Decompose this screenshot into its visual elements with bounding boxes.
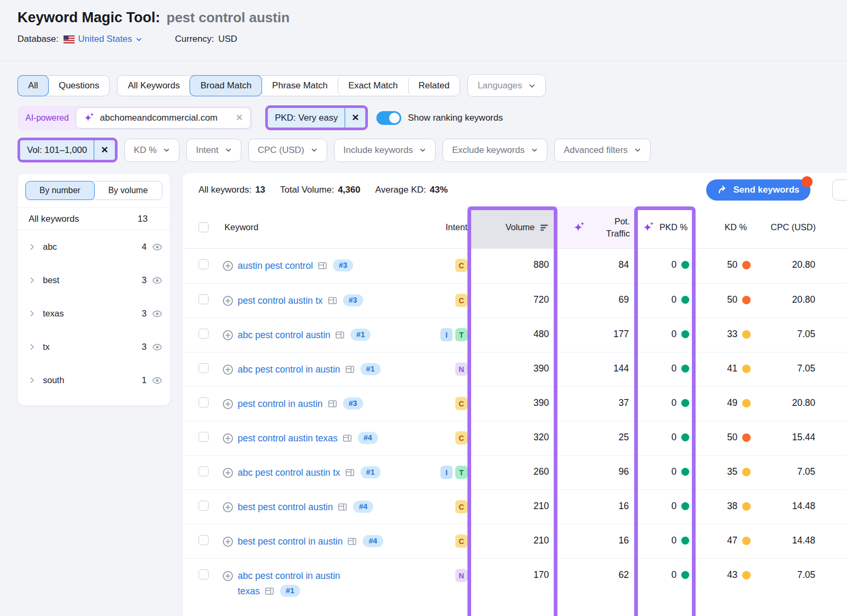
kd-filter-dropdown[interactable]: KD % [124, 139, 179, 162]
chevron-right-icon[interactable] [29, 343, 35, 350]
keyword-link[interactable]: abc pest control in austin [238, 570, 340, 581]
summary-total-volume-value: 4,360 [338, 185, 361, 195]
clear-domain-icon[interactable]: ✕ [236, 112, 243, 123]
all-keywords-row[interactable]: All keywords 13 [18, 207, 170, 230]
languages-dropdown[interactable]: Languages [467, 74, 546, 97]
tab-phrase-match[interactable]: Phrase Match [262, 76, 338, 96]
show-ranking-toggle[interactable] [376, 111, 401, 125]
serp-icon[interactable] [343, 433, 352, 443]
tab-by-number[interactable]: By number [26, 182, 94, 200]
serp-icon[interactable] [347, 537, 357, 546]
select-all-checkbox[interactable] [199, 222, 209, 232]
keyword-link-line2[interactable]: texas [238, 586, 260, 596]
intent-filter-dropdown[interactable]: Intent [186, 139, 241, 162]
eye-icon[interactable] [152, 342, 163, 352]
serp-icon[interactable] [335, 330, 345, 340]
row-checkbox[interactable] [199, 569, 209, 579]
kd-level-dot [742, 399, 751, 407]
eye-icon[interactable] [152, 242, 163, 252]
row-checkbox[interactable] [199, 466, 209, 476]
eye-icon[interactable] [152, 309, 163, 319]
add-keyword-icon[interactable] [222, 295, 233, 306]
tab-all-keywords[interactable]: All Keywords [118, 76, 190, 96]
advanced-filters-dropdown[interactable]: Advanced filters [554, 139, 651, 162]
add-keyword-icon[interactable] [222, 536, 233, 547]
chevron-right-icon[interactable] [29, 277, 35, 284]
row-checkbox[interactable] [199, 397, 209, 407]
keyword-link[interactable]: abc pest control austin [238, 330, 330, 340]
cpc-filter-dropdown[interactable]: CPC (USD) [248, 139, 327, 162]
keyword-link[interactable]: pest control austin texas [238, 433, 338, 443]
row-checkbox[interactable] [199, 363, 209, 373]
keyword-group-row[interactable]: tx 3 [18, 330, 170, 364]
add-keyword-icon[interactable] [222, 502, 233, 513]
keyword-link[interactable]: best pest control in austin [238, 536, 343, 547]
volume-filter-label[interactable]: Vol: 101–1,000 [20, 145, 94, 156]
row-checkbox[interactable] [199, 329, 209, 339]
domain-input[interactable]: abchomeandcommercial.com ✕ [76, 107, 251, 129]
serp-icon[interactable] [328, 399, 337, 409]
tab-related[interactable]: Related [408, 76, 460, 96]
chevron-right-icon[interactable] [29, 377, 35, 384]
column-header-pkd[interactable]: PKD % [634, 206, 696, 248]
keyword-cell: abc pest control austin tx#1 #1 [222, 456, 421, 490]
remove-volume-filter-icon[interactable]: ✕ [94, 140, 114, 160]
add-keyword-icon[interactable] [222, 433, 233, 444]
keyword-link[interactable]: pest control in austin [238, 398, 323, 409]
keyword-group-row[interactable]: abc 4 [18, 230, 170, 264]
keyword-group-row[interactable]: best 3 [18, 264, 170, 297]
keyword-link[interactable]: austin pest control [238, 260, 313, 271]
add-keyword-icon[interactable] [222, 467, 233, 478]
keyword-group-row[interactable]: texas 3 [18, 297, 170, 330]
row-checkbox[interactable] [199, 501, 209, 511]
remove-pkd-filter-icon[interactable]: ✕ [345, 108, 365, 128]
send-keywords-button[interactable]: Send keywords [706, 179, 810, 201]
us-flag-icon [64, 35, 75, 43]
eye-icon[interactable] [152, 275, 163, 286]
column-header-cpc[interactable]: CPC (USD) [755, 206, 824, 248]
serp-icon[interactable] [345, 365, 355, 374]
serp-icon[interactable] [328, 296, 337, 305]
row-checkbox[interactable] [199, 259, 209, 269]
serp-icon[interactable] [338, 502, 347, 512]
pkd-cell: 0 [634, 559, 696, 599]
keyword-link[interactable]: abc pest control in austin [238, 364, 340, 375]
add-keyword-icon[interactable] [222, 260, 233, 271]
column-header-volume[interactable]: Volume [467, 206, 557, 248]
add-keyword-icon[interactable] [222, 398, 233, 410]
pot-traffic-value: 25 [557, 421, 634, 455]
tab-all[interactable]: All [18, 76, 48, 96]
pkd-filter-label[interactable]: PKD: Very easy [268, 113, 345, 123]
eye-icon[interactable] [152, 375, 163, 386]
row-checkbox[interactable] [199, 432, 209, 442]
tab-exact-match[interactable]: Exact Match [338, 76, 408, 96]
tab-by-volume[interactable]: By volume [94, 182, 163, 200]
tab-questions[interactable]: Questions [48, 76, 110, 96]
serp-icon[interactable] [345, 468, 355, 477]
keyword-link[interactable]: abc pest control austin tx [238, 467, 340, 478]
add-keyword-icon[interactable] [222, 330, 233, 341]
exclude-keywords-dropdown[interactable]: Exclude keywords [443, 139, 547, 162]
column-header-pot-traffic[interactable]: Pot. Traffic [557, 206, 634, 248]
serp-icon[interactable] [318, 261, 327, 270]
keyword-cell: best pest control in austin#4 #4 [222, 524, 421, 558]
chevron-right-icon[interactable] [29, 243, 35, 250]
column-header-kd[interactable]: KD % [696, 206, 755, 248]
export-button-partial[interactable] [832, 179, 847, 201]
keyword-link[interactable]: pest control austin tx [238, 295, 323, 306]
volume-value: 170 [467, 559, 557, 599]
include-keywords-dropdown[interactable]: Include keywords [334, 139, 436, 162]
add-keyword-icon[interactable] [222, 364, 233, 375]
intent-cell: C [421, 387, 467, 421]
row-checkbox[interactable] [199, 294, 209, 304]
chevron-right-icon[interactable] [29, 310, 35, 317]
row-checkbox[interactable] [199, 535, 209, 545]
kd-value: 43 [727, 569, 737, 581]
tab-broad-match[interactable]: Broad Match [190, 76, 262, 96]
keyword-group-row[interactable]: south 1 [18, 364, 170, 397]
add-keyword-icon[interactable] [222, 570, 233, 582]
keyword-link[interactable]: best pest control austin [238, 502, 333, 512]
serp-icon[interactable] [265, 586, 274, 596]
rank-badge: #1 [350, 329, 371, 341]
database-select[interactable]: United States [78, 34, 142, 44]
